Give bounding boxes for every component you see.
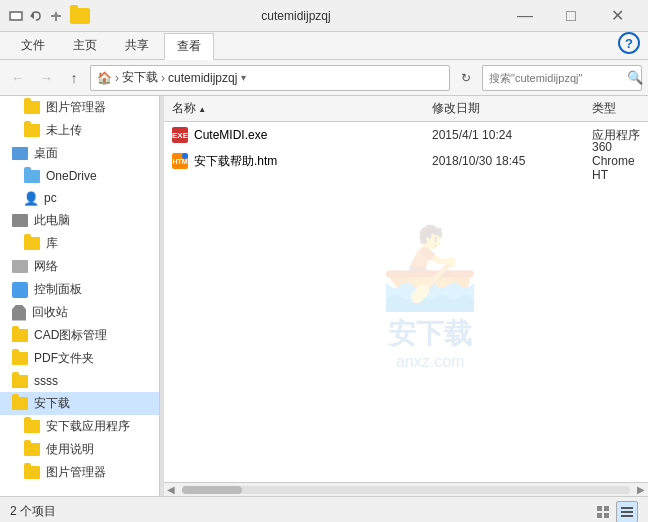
svg-rect-6 [597, 513, 602, 518]
sidebar-label: 网络 [34, 258, 58, 275]
col-name-header[interactable]: 名称 [164, 100, 424, 117]
minimize-button[interactable]: — [502, 0, 548, 32]
path-root: 🏠 [97, 71, 112, 85]
file-area: 🚣 安下载 anxz.com 名称 修改日期 类型 EXE CuteMIDI.e… [164, 96, 648, 496]
folder-icon [24, 443, 40, 456]
address-bar: ← → ↑ 🏠 › 安下载 › cutemidijpzqj ▾ ↻ 🔍 [0, 60, 648, 96]
tab-file[interactable]: 文件 [8, 32, 58, 59]
horizontal-scrollbar[interactable]: ◀ ▶ [164, 482, 648, 496]
col-type-header[interactable]: 类型 [584, 100, 648, 117]
maximize-button[interactable]: □ [548, 0, 594, 32]
column-headers: 名称 修改日期 类型 [164, 96, 648, 122]
up-button[interactable]: ↑ [62, 66, 86, 90]
sidebar-item-control-panel[interactable]: 控制面板 [0, 278, 159, 301]
ribbon-tabs: 文件 主页 共享 查看 ? [0, 32, 648, 59]
svg-rect-1 [11, 13, 21, 19]
sidebar-item-app[interactable]: 安下载应用程序 [0, 415, 159, 438]
sidebar-item-not-uploaded[interactable]: 未上传 [0, 119, 159, 142]
status-bar: 2 个项目 [0, 496, 648, 522]
sidebar-item-desktop[interactable]: 桌面 [0, 142, 159, 165]
sidebar-item-library[interactable]: 库 [0, 232, 159, 255]
folder-icon [12, 352, 28, 365]
sidebar-label: 未上传 [46, 122, 82, 139]
control-panel-icon [12, 282, 28, 298]
search-icon[interactable]: 🔍 [627, 70, 643, 85]
folder-icon [24, 237, 40, 250]
scroll-track [182, 486, 630, 494]
folder-icon [12, 329, 28, 342]
sidebar-item-pc[interactable]: 👤 pc [0, 187, 159, 209]
svg-rect-9 [621, 511, 633, 513]
sidebar-label: OneDrive [46, 169, 97, 183]
item-count: 2 个项目 [10, 503, 56, 520]
svg-rect-7 [604, 513, 609, 518]
pin-icon[interactable] [48, 8, 64, 24]
sidebar-label: CAD图标管理 [34, 327, 107, 344]
search-input[interactable] [489, 72, 627, 84]
scroll-thumb[interactable] [182, 486, 242, 494]
folder-icon [24, 466, 40, 479]
sidebar-label: pc [44, 191, 57, 205]
file-name: CuteMIDI.exe [194, 128, 267, 142]
window-title: cutemidijpzqj [90, 9, 502, 23]
sidebar-item-this-pc[interactable]: 此电脑 [0, 209, 159, 232]
tab-view[interactable]: 查看 [164, 33, 214, 60]
sidebar-label: 安下载 [34, 395, 70, 412]
file-row[interactable]: HTM 安下载帮助.htm 2018/10/30 18:45 360 Chrom… [164, 148, 648, 174]
address-path[interactable]: 🏠 › 安下载 › cutemidijpzqj ▾ [90, 65, 450, 91]
folder-icon [12, 375, 28, 388]
tab-share[interactable]: 共享 [112, 32, 162, 59]
svg-rect-10 [621, 515, 633, 517]
folder-icon [12, 397, 28, 410]
sidebar-item-recycle[interactable]: 回收站 [0, 301, 159, 324]
path-folder: cutemidijpzqj [168, 71, 237, 85]
htm-icon: HTM [172, 153, 188, 169]
undo-icon[interactable] [28, 8, 44, 24]
svg-rect-8 [621, 507, 633, 509]
network-icon [12, 260, 28, 273]
sidebar-label: 控制面板 [34, 281, 82, 298]
exe-icon: EXE [172, 127, 188, 143]
view-details-button[interactable] [616, 501, 638, 523]
file-row[interactable]: EXE CuteMIDI.exe 2015/4/1 10:24 应用程序 [164, 122, 648, 148]
col-date-header[interactable]: 修改日期 [424, 100, 584, 117]
sidebar-label: PDF文件夹 [34, 350, 94, 367]
forward-button[interactable]: → [34, 66, 58, 90]
sidebar-item-network[interactable]: 网络 [0, 255, 159, 278]
sidebar-item-anzai[interactable]: 安下载 [0, 392, 159, 415]
search-box: 🔍 [482, 65, 642, 91]
folder-icon [24, 101, 40, 114]
sidebar-label: 回收站 [32, 304, 68, 321]
file-name-cell: HTM 安下载帮助.htm [164, 153, 424, 170]
sidebar-item-pdf[interactable]: PDF文件夹 [0, 347, 159, 370]
path-dropdown[interactable]: ▾ [241, 72, 246, 83]
tab-home[interactable]: 主页 [60, 32, 110, 59]
sidebar-item-pic-manager[interactable]: 图片管理器 [0, 96, 159, 119]
refresh-button[interactable]: ↻ [454, 66, 478, 90]
sidebar-item-ssss[interactable]: ssss [0, 370, 159, 392]
person-icon: 👤 [24, 191, 38, 205]
sidebar-item-onedrive[interactable]: OneDrive [0, 165, 159, 187]
title-bar-icons [8, 8, 64, 24]
sidebar-label: 使用说明 [46, 441, 94, 458]
sidebar-label: ssss [34, 374, 58, 388]
sidebar-label: 桌面 [34, 145, 58, 162]
sidebar-item-manual[interactable]: 使用说明 [0, 438, 159, 461]
sidebar-item-cad[interactable]: CAD图标管理 [0, 324, 159, 347]
sidebar: 图片管理器 未上传 桌面 OneDrive 👤 pc 此电脑 库 网络 [0, 96, 160, 496]
sidebar-label: 安下载应用程序 [46, 418, 130, 435]
folder-icon [24, 124, 40, 137]
ribbon: 文件 主页 共享 查看 ? [0, 32, 648, 60]
svg-rect-5 [604, 506, 609, 511]
folder-icon [24, 420, 40, 433]
sidebar-label: 库 [46, 235, 58, 252]
file-name-cell: EXE CuteMIDI.exe [164, 127, 424, 143]
desktop-icon [12, 147, 28, 160]
help-button[interactable]: ? [618, 32, 640, 54]
view-buttons [592, 501, 638, 523]
close-button[interactable]: ✕ [594, 0, 640, 32]
view-large-icon-button[interactable] [592, 501, 614, 523]
sidebar-item-pic2[interactable]: 图片管理器 [0, 461, 159, 484]
title-bar: cutemidijpzqj — □ ✕ [0, 0, 648, 32]
back-button[interactable]: ← [6, 66, 30, 90]
